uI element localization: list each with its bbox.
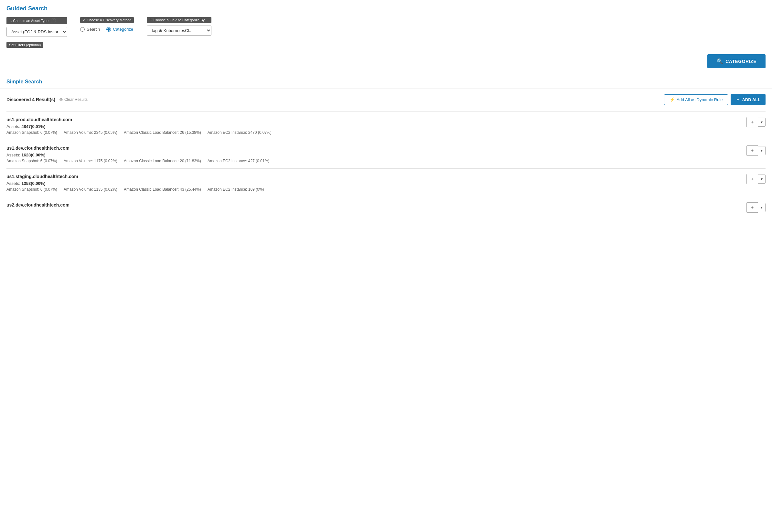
item-dropdown-button[interactable]: ▾: [758, 203, 766, 212]
add-item-button[interactable]: ＋: [746, 145, 758, 156]
result-domain: us1.staging.cloudhealthtech.com: [6, 174, 264, 179]
field-select[interactable]: tag ⊕ KubernetesCl...: [147, 26, 211, 36]
simple-search-title[interactable]: Simple Search: [6, 79, 766, 85]
result-item: us1.staging.cloudhealthtech.com Assets: …: [6, 168, 766, 197]
search-icon: 🔍: [716, 58, 723, 64]
result-item-header: us2.dev.cloudhealthtech.com ＋ ▾: [6, 202, 766, 213]
item-dropdown-button[interactable]: ▾: [758, 118, 766, 127]
search-radio-option[interactable]: Search: [80, 27, 100, 32]
item-actions: ＋ ▾: [746, 117, 766, 127]
result-item-header: us1.staging.cloudhealthtech.com Assets: …: [6, 174, 766, 192]
discovery-method-options: Search Categorize: [80, 27, 134, 32]
results-header: Discovered 4 Result(s) ⊗ Clear Results ⚡…: [6, 94, 766, 105]
results-section: Discovered 4 Result(s) ⊗ Clear Results ⚡…: [0, 89, 772, 223]
filters-label[interactable]: Set Filters (optional): [6, 42, 43, 48]
add-dynamic-rule-button[interactable]: ⚡ Add All as Dynamic Rule: [664, 94, 728, 105]
page-container: Guided Search 1. Choose an Asset Type ? …: [0, 0, 772, 223]
categorize-button[interactable]: 🔍 CATEGORIZE: [707, 54, 766, 68]
item-actions: ＋ ▾: [746, 145, 766, 156]
guided-search-title: Guided Search: [6, 5, 766, 12]
categorize-radio-label: Categorize: [113, 27, 133, 32]
item-dropdown-button[interactable]: ▾: [758, 175, 766, 184]
step-2: 2. Choose a Discovery Method Search Cate…: [80, 17, 134, 32]
filters-section: Set Filters (optional): [6, 42, 766, 48]
result-assets: Assets: 4847(0.01%): [6, 124, 272, 129]
steps-row: 1. Choose an Asset Type ? Asset (EC2 & R…: [6, 17, 766, 37]
results-info: Discovered 4 Result(s) ⊗ Clear Results: [6, 97, 88, 102]
step-1: 1. Choose an Asset Type ? Asset (EC2 & R…: [6, 17, 67, 37]
result-assets: Assets: 1628(0.00%): [6, 153, 269, 157]
result-domain: us2.dev.cloudhealthtech.com: [6, 202, 70, 207]
search-radio-label: Search: [87, 27, 100, 32]
add-item-button[interactable]: ＋: [746, 117, 758, 127]
step-3: 3. Choose a Field to Categorize By tag ⊕…: [147, 17, 211, 36]
add-all-button[interactable]: ＋ ADD ALL: [731, 94, 766, 105]
step-2-label: 2. Choose a Discovery Method: [80, 17, 134, 23]
add-item-button[interactable]: ＋: [746, 174, 758, 184]
result-details: Amazon Snapshot: 6 (0.07%) Amazon Volume…: [6, 159, 269, 163]
results-actions: ⚡ Add All as Dynamic Rule ＋ ADD ALL: [664, 94, 766, 105]
categorize-btn-row: 🔍 CATEGORIZE: [6, 54, 766, 68]
guided-search-section: Guided Search 1. Choose an Asset Type ? …: [0, 0, 772, 75]
categorize-radio-option[interactable]: Categorize: [106, 27, 133, 32]
simple-search-section: Simple Search: [0, 75, 772, 89]
add-item-button[interactable]: ＋: [746, 202, 758, 213]
result-item-header: us1.dev.cloudhealthtech.com Assets: 1628…: [6, 145, 766, 163]
categorize-radio[interactable]: [106, 27, 111, 32]
result-item-header: us1.prod.cloudhealthtech.com Assets: 484…: [6, 117, 766, 135]
item-dropdown-button[interactable]: ▾: [758, 146, 766, 155]
clear-icon: ⊗: [59, 97, 63, 102]
result-item: us1.dev.cloudhealthtech.com Assets: 1628…: [6, 140, 766, 168]
asset-type-select[interactable]: Asset (EC2 & RDS Instar: [6, 27, 67, 37]
results-list: us1.prod.cloudhealthtech.com Assets: 484…: [6, 112, 766, 218]
step-3-label: 3. Choose a Field to Categorize By: [147, 17, 211, 23]
result-domain: us1.dev.cloudhealthtech.com: [6, 145, 269, 151]
result-details: Amazon Snapshot: 6 (0.07%) Amazon Volume…: [6, 130, 272, 135]
clear-results-btn[interactable]: ⊗ Clear Results: [59, 97, 88, 102]
help-icon[interactable]: ?: [51, 18, 56, 23]
plus-icon: ＋: [736, 97, 740, 102]
result-domain: us1.prod.cloudhealthtech.com: [6, 117, 272, 122]
result-item: us1.prod.cloudhealthtech.com Assets: 484…: [6, 112, 766, 140]
search-radio[interactable]: [80, 27, 85, 32]
results-count: Discovered 4 Result(s): [6, 97, 55, 102]
lightning-icon: ⚡: [670, 97, 675, 102]
result-assets: Assets: 1353(0.00%): [6, 181, 264, 186]
item-actions: ＋ ▾: [746, 174, 766, 184]
step-1-label: 1. Choose an Asset Type ?: [6, 17, 67, 24]
result-item: us2.dev.cloudhealthtech.com ＋ ▾: [6, 197, 766, 218]
result-details: Amazon Snapshot: 6 (0.07%) Amazon Volume…: [6, 187, 264, 192]
item-actions: ＋ ▾: [746, 202, 766, 213]
